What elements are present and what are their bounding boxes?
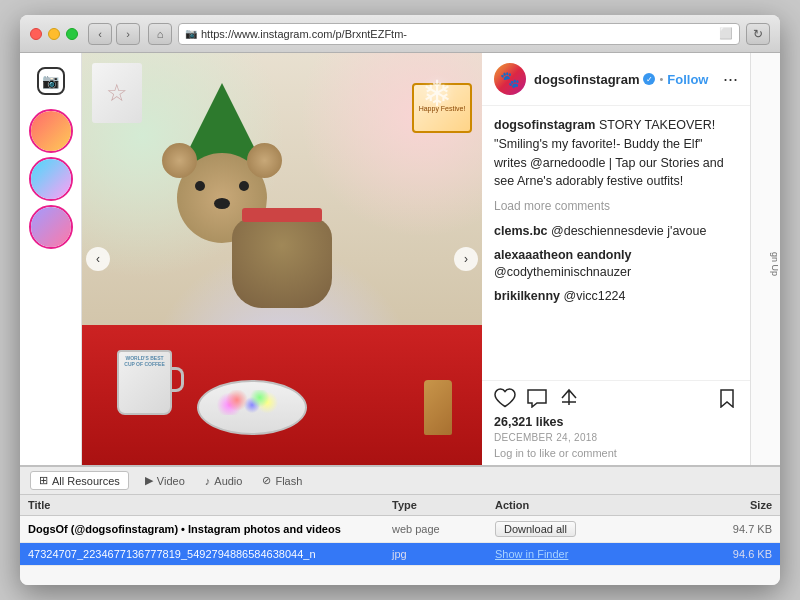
comment-1-text: @deschiennesdevie j'avoue (551, 224, 706, 238)
row-2-action: Show in Finder (487, 546, 677, 562)
download-all-button[interactable]: Download all (495, 521, 576, 537)
coffee-mug: WORLD'S BEST CUP OF COFFEE (117, 350, 172, 415)
comment-icon[interactable] (526, 387, 548, 409)
audio-filter-tab[interactable]: ♪ Audio (201, 473, 247, 489)
instagram-favicon-icon: 📷 (185, 28, 197, 39)
devtools-toolbar: ⊞ All Resources ▶ Video ♪ Audio ⊘ Flash (20, 467, 780, 495)
maximize-button[interactable] (66, 28, 78, 40)
hat-top (187, 83, 257, 153)
table-header: Title Type Action Size (20, 495, 780, 516)
traffic-lights (30, 28, 78, 40)
flash-icon: ⊘ (262, 474, 271, 487)
row-1-size: 94.7 KB (677, 521, 780, 537)
minimize-button[interactable] (48, 28, 60, 40)
signup-label[interactable]: gn Up (770, 252, 780, 276)
avatar[interactable]: 🐾 (494, 63, 526, 95)
story-thumb-3[interactable] (29, 205, 73, 249)
row-1-title: DogsOf (@dogsofinstagram) • Instagram ph… (20, 521, 384, 537)
table-row[interactable]: DogsOf (@dogsofinstagram) • Instagram ph… (20, 516, 780, 543)
mug-handle (170, 367, 184, 392)
video-icon: ▶ (145, 474, 153, 487)
story-thumb-img-2 (31, 159, 71, 199)
browser-window: ‹ › ⌂ 📷 https://www.instagram.com/p/Brxn… (20, 15, 780, 585)
dog-left-ear (162, 143, 197, 178)
row-2-size: 94.6 KB (677, 546, 780, 562)
right-signup-bar: gn Up (750, 53, 780, 465)
all-resources-button[interactable]: ⊞ All Resources (30, 471, 129, 490)
comment-2-text: @codytheminischnauzer (494, 265, 631, 279)
comment-2-username[interactable]: alexaaatheon eandonly (494, 248, 632, 262)
verified-badge-icon: ✓ (643, 73, 655, 85)
video-filter-tab[interactable]: ▶ Video (141, 472, 189, 489)
dog-collar (242, 208, 322, 222)
audio-filter-label: Audio (214, 475, 242, 487)
post-image-container: WORLD'S BEST CUP OF COFFEE Happy Festive… (82, 53, 482, 465)
story-thumb-2[interactable] (29, 157, 73, 201)
dog-right-ear (247, 143, 282, 178)
comment-1-username[interactable]: clems.bc (494, 224, 548, 238)
bowl-contents (214, 390, 290, 415)
stories-strip (29, 109, 73, 249)
mug-text: WORLD'S BEST CUP OF COFFEE (119, 352, 170, 370)
caption-username[interactable]: dogsofinstagram (494, 118, 595, 132)
load-more-comments[interactable]: Load more comments (494, 199, 738, 213)
post-user-info: dogsofinstagram ✓ • Follow (534, 72, 723, 87)
refresh-button[interactable]: ↻ (746, 23, 770, 45)
row-2-title: 47324707_2234677136777819_54927948865846… (20, 546, 384, 562)
ig-logo-area: 📷 (31, 61, 71, 101)
forward-button[interactable]: › (116, 23, 140, 45)
username-row: dogsofinstagram ✓ • Follow (534, 72, 723, 87)
small-bottle (424, 380, 452, 435)
comment-2: alexaaatheon eandonly @codytheminischnau… (494, 247, 738, 282)
flash-filter-tab[interactable]: ⊘ Flash (258, 472, 306, 489)
login-prompt: Log in to like or comment (494, 447, 738, 459)
separator: • (659, 73, 663, 85)
dog-nose (214, 198, 230, 209)
paper-decoration: ☆ (92, 63, 142, 123)
post-caption-area: dogsofinstagram STORY TAKEOVER! "Smiling… (482, 106, 750, 380)
th-type: Type (384, 497, 487, 513)
follow-button[interactable]: Follow (667, 72, 708, 87)
show-in-finder-link[interactable]: Show in Finder (495, 548, 568, 560)
left-sidebar: 📷 (20, 53, 82, 465)
row-1-type: web page (384, 521, 487, 537)
dog-right-eye (239, 181, 249, 191)
row-2-type: jpg (384, 546, 487, 562)
dog-body (232, 218, 332, 308)
address-bar[interactable]: 📷 https://www.instagram.com/p/BrxntEZFtm… (178, 23, 740, 45)
comment-3-username[interactable]: brikilkenny (494, 289, 560, 303)
bookmark-icon[interactable]: ⬜ (719, 27, 733, 40)
close-button[interactable] (30, 28, 42, 40)
content-area: 📷 (20, 53, 780, 465)
audio-icon: ♪ (205, 475, 211, 487)
back-button[interactable]: ‹ (88, 23, 112, 45)
post-details: 🐾 dogsofinstagram ✓ • Follow ··· dogsofi… (482, 53, 750, 465)
comment-3-text: @vicc1224 (563, 289, 625, 303)
devtools-table: Title Type Action Size DogsOf (@dogsofin… (20, 495, 780, 585)
more-options-button[interactable]: ··· (723, 69, 738, 90)
share-icon[interactable] (558, 387, 580, 409)
home-button[interactable]: ⌂ (148, 23, 172, 45)
post-actions: 26,321 likes DECEMBER 24, 2018 Log in to… (482, 380, 750, 465)
prev-image-arrow[interactable]: ‹ (86, 247, 110, 271)
save-icon[interactable] (716, 387, 738, 409)
table-row[interactable]: 47324707_2234677136777819_54927948865846… (20, 543, 780, 566)
devtools-panel: ⊞ All Resources ▶ Video ♪ Audio ⊘ Flash … (20, 465, 780, 585)
th-action: Action (487, 497, 677, 513)
comment-1: clems.bc @deschiennesdevie j'avoue (494, 223, 738, 241)
action-icons (494, 387, 738, 409)
post-header: 🐾 dogsofinstagram ✓ • Follow ··· (482, 53, 750, 106)
story-thumb-img-3 (31, 207, 71, 247)
video-filter-label: Video (157, 475, 185, 487)
dog-left-eye (195, 181, 205, 191)
story-thumb-1[interactable] (29, 109, 73, 153)
story-thumb-img-1 (31, 111, 71, 151)
food-bowl (197, 380, 307, 435)
post-image: WORLD'S BEST CUP OF COFFEE Happy Festive… (82, 53, 482, 465)
username[interactable]: dogsofinstagram (534, 72, 639, 87)
next-image-arrow[interactable]: › (454, 247, 478, 271)
likes-count: 26,321 likes (494, 415, 738, 429)
snowflake-decoration: ❄ (422, 73, 452, 115)
like-icon[interactable] (494, 387, 516, 409)
all-resources-label: All Resources (52, 475, 120, 487)
